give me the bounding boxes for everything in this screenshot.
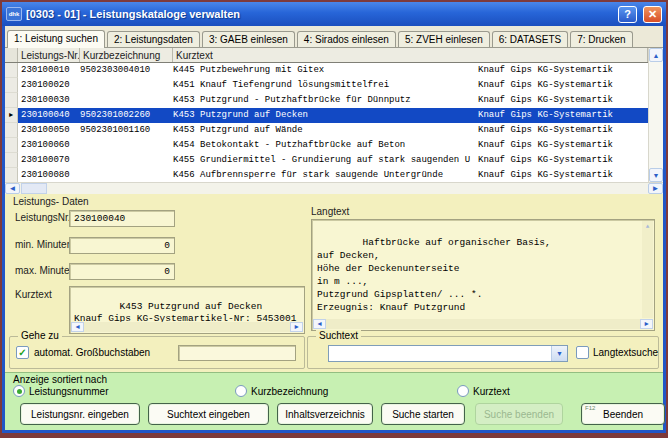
column-header-kurzbezeichnung[interactable]: Kurzbezeichnung xyxy=(80,48,173,62)
radio-kurztext[interactable]: Kurztext xyxy=(457,385,510,397)
scroll-left-icon[interactable]: ◄ xyxy=(71,322,84,332)
cell-brand: Knauf Gips KG-Systemartik xyxy=(478,63,648,78)
column-header-leistungsnr[interactable]: Leistungs-Nr. xyxy=(18,48,80,62)
cell-kurzbezeichnung: 9502301002260 xyxy=(80,108,173,123)
suchtext-combobox[interactable]: ▼ xyxy=(328,345,568,362)
table-row[interactable]: 230100070 K455 Grundiermittel - Grundier… xyxy=(5,153,648,168)
section-label: Leistungs- Daten xyxy=(13,196,89,207)
suchtext-group: Suchtext ▼ Langtextsuche xyxy=(307,336,659,369)
langtext-vertical-scrollbar[interactable]: ▲ xyxy=(642,221,653,318)
table-row[interactable]: 230100060 K454 Betokontakt - Putzhaftbrü… xyxy=(5,138,648,153)
langtext-value: Haftbrücke auf organischer Basis, auf De… xyxy=(317,237,551,313)
beenden-button[interactable]: F12 Beenden xyxy=(581,403,665,425)
max-minuten-field[interactable]: 0 xyxy=(69,263,175,280)
cell-leistungsnr: 230100010 xyxy=(18,63,80,78)
scroll-up-icon[interactable]: ▲ xyxy=(642,221,653,232)
gehe-zu-input[interactable] xyxy=(178,345,296,361)
row-selector[interactable] xyxy=(5,78,18,93)
cell-kurztext: K453 Putzgrund auf Wände xyxy=(173,123,478,138)
grossbuchstaben-checkbox[interactable]: ✓ xyxy=(16,346,29,359)
cell-leistungsnr: 230100060 xyxy=(18,138,80,153)
langtext-horizontal-scrollbar[interactable]: ◄ ► xyxy=(313,319,653,329)
radio-label: Leistungsnummer xyxy=(29,386,108,397)
table-row[interactable]: 230100080 K456 Aufbrennsperre für stark … xyxy=(5,168,648,183)
langtextsuche-checkbox[interactable] xyxy=(576,346,589,359)
scrollbar-thumb[interactable] xyxy=(21,183,47,194)
row-selector[interactable] xyxy=(5,138,18,153)
radio-icon xyxy=(235,385,247,397)
scroll-down-icon[interactable]: ▼ xyxy=(649,168,663,182)
cell-kurztext: K455 Grundiermittel - Grundierung auf st… xyxy=(173,153,478,168)
max-minuten-label: max. Minuten xyxy=(15,265,75,276)
cell-kurzbezeichnung xyxy=(80,138,173,153)
tab-drucken[interactable]: 7: Drucken xyxy=(570,31,632,47)
window-title: [0303 - 01] - Leistungskataloge verwalte… xyxy=(26,8,614,20)
radio-kurzbezeichnung[interactable]: Kurzbezeichnung xyxy=(235,385,328,397)
column-header-kurztext[interactable]: Kurztext xyxy=(173,48,648,62)
scroll-left-icon[interactable]: ◄ xyxy=(313,319,326,329)
cell-leistungsnr: 230100040 xyxy=(18,108,80,123)
cell-leistungsnr: 230100020 xyxy=(18,78,80,93)
sort-panel: Anzeige sortiert nach Leistungsnummer Ku… xyxy=(5,372,663,398)
table-row-selected[interactable]: ► 230100040 9502301002260 K453 Putzgrund… xyxy=(5,108,648,123)
tab-datasets[interactable]: 6: DATASETS xyxy=(492,31,568,47)
table-row[interactable]: 230100020 K451 Knauf Tiefengrund lösungs… xyxy=(5,78,648,93)
cell-leistungsnr: 230100050 xyxy=(18,123,80,138)
cell-kurztext: K456 Aufbrennsperre für stark saugende U… xyxy=(173,168,478,183)
min-minuten-field[interactable]: 0 xyxy=(69,237,175,254)
cell-kurztext: K451 Knauf Tiefengrund lösungsmittelfrei xyxy=(173,78,478,93)
row-selector[interactable] xyxy=(5,63,18,78)
cell-leistungsnr: 230100030 xyxy=(18,93,80,108)
scroll-right-icon[interactable]: ► xyxy=(290,322,303,332)
langtextsuche-checkbox-label: Langtextsuche xyxy=(593,347,658,358)
inhaltsverzeichnis-button[interactable]: Inhaltsverzeichnis xyxy=(277,403,373,425)
cell-kurzbezeichnung xyxy=(80,78,173,93)
row-pointer-icon[interactable]: ► xyxy=(5,108,18,123)
table-row[interactable]: 230100010 9502303004010 K445 Putzbewehru… xyxy=(5,63,648,78)
table-row[interactable]: 230100030 K453 Putzgrund - Putzhaftbrück… xyxy=(5,93,648,108)
cell-kurztext: K454 Betokontakt - Putzhaftbrücke auf Be… xyxy=(173,138,478,153)
help-icon[interactable]: ? xyxy=(618,6,637,23)
radio-selected-icon xyxy=(13,385,25,397)
grid-header-selector xyxy=(5,48,18,62)
leistungsnr-field[interactable]: 230100040 xyxy=(69,210,175,227)
langtext-field[interactable]: Haftbrücke auf organischer Basis, auf De… xyxy=(311,219,655,331)
f12-hint: F12 xyxy=(585,405,595,411)
table-row[interactable]: 230100050 9502301001160 K453 Putzgrund a… xyxy=(5,123,648,138)
row-selector[interactable] xyxy=(5,168,18,183)
leistungsnr-label: LeistungsNr. xyxy=(15,212,71,223)
row-selector[interactable] xyxy=(5,123,18,138)
scroll-left-icon[interactable]: ◄ xyxy=(5,183,20,194)
app-icon: dhk xyxy=(6,7,22,21)
scroll-right-icon[interactable]: ► xyxy=(640,319,653,329)
gehe-zu-group: Gehe zu ✓ automat. Großbuchstaben xyxy=(9,336,305,369)
scroll-up-icon[interactable]: ▲ xyxy=(649,48,663,62)
suchtext-label: Suchtext xyxy=(316,330,361,341)
suchtext-eingeben-button[interactable]: Suchtext eingeben xyxy=(148,403,269,425)
button-bar: Leistungsnr. eingeben Suchtext eingeben … xyxy=(5,398,663,430)
grid-vertical-scrollbar[interactable]: ▲ ▼ xyxy=(648,48,663,182)
cell-brand: Knauf Gips KG-Systemartik xyxy=(478,168,648,183)
tab-leistung-suchen[interactable]: 1: Leistung suchen xyxy=(7,30,105,48)
chevron-down-icon[interactable]: ▼ xyxy=(551,346,567,361)
cell-brand: Knauf Gips KG-Systemartik xyxy=(478,93,648,108)
kurztext-horizontal-scrollbar[interactable]: ◄ ► xyxy=(71,322,303,332)
suche-starten-button[interactable]: Suche starten xyxy=(381,403,465,425)
tab-zveh-einlesen[interactable]: 5: ZVEH einlesen xyxy=(398,31,490,47)
langtext-label: Langtext xyxy=(311,206,349,217)
tab-leistungsdaten[interactable]: 2: Leistungsdaten xyxy=(107,31,200,47)
cell-kurzbezeichnung xyxy=(80,168,173,183)
grid-horizontal-scrollbar[interactable]: ◄ ► xyxy=(5,182,663,194)
row-selector[interactable] xyxy=(5,153,18,168)
radio-leistungsnummer[interactable]: Leistungsnummer xyxy=(13,385,108,397)
title-bar: dhk [0303 - 01] - Leistungskataloge verw… xyxy=(2,2,666,26)
scroll-right-icon[interactable]: ► xyxy=(648,183,663,194)
kurztext-value: K453 Putzgrund auf Decken Knauf Gips KG-… xyxy=(74,301,296,324)
close-icon[interactable]: ✕ xyxy=(643,6,662,23)
kurztext-field[interactable]: K453 Putzgrund auf Decken Knauf Gips KG-… xyxy=(69,286,305,334)
tab-sirados-einlesen[interactable]: 4: Sirados einlesen xyxy=(297,31,396,47)
tab-gaeb-einlesen[interactable]: 3: GAEB einlesen xyxy=(202,31,295,47)
leistungsnr-eingeben-button[interactable]: Leistungsnr. eingeben xyxy=(20,403,140,425)
radio-label: Kurztext xyxy=(473,386,510,397)
row-selector[interactable] xyxy=(5,93,18,108)
